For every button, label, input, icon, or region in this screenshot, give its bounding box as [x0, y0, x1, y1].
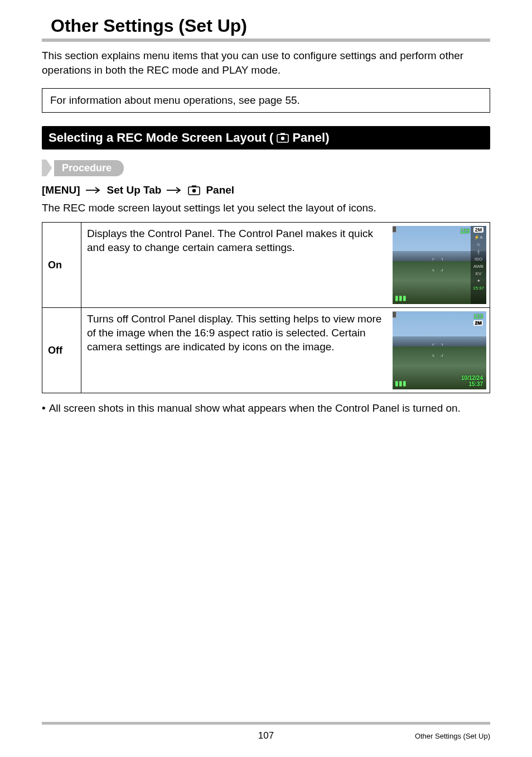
size-badge: 2M — [473, 320, 483, 326]
camera-icon — [188, 185, 200, 195]
page-number: 107 — [258, 730, 274, 741]
focus-brackets-icon: ⌜ ⌝⌞ ⌟ — [432, 343, 446, 358]
option-label-off: Off — [42, 308, 81, 393]
top-right-info: 123 2M — [473, 314, 483, 326]
path-step-setup: Set Up Tab — [107, 184, 162, 196]
svg-point-2 — [281, 137, 284, 140]
battery-icon: ▮▮▮ — [395, 379, 407, 387]
thumb-time: 15:37 — [468, 381, 483, 387]
section-heading-suffix: Panel) — [292, 131, 329, 145]
date-time-overlay: 10/12/24 15:37 — [461, 375, 483, 387]
sidebar-time: 15:37 — [473, 286, 484, 291]
arrow-icon — [86, 184, 101, 196]
footer-section-label: Other Settings (Set Up) — [415, 732, 490, 740]
path-step-panel: Panel — [206, 184, 234, 196]
page-footer: 107 Other Settings (Set Up) — [42, 722, 490, 741]
table-row: On Displays the Control Panel. The Contr… — [42, 223, 490, 308]
sidebar-item: ⚡A — [474, 235, 482, 240]
option-thumb-on: 123 ⌜ ⌝⌞ ⌟ 2M ⚡A ☺ ┼ ISO AWB EV ✦ 15:37 … — [389, 223, 490, 308]
svg-rect-6 — [192, 186, 196, 187]
svg-rect-1 — [280, 133, 285, 135]
procedure-accent — [42, 160, 46, 176]
section-heading-prefix: Selecting a REC Mode Screen Layout ( — [49, 131, 273, 145]
table-row: Off Turns off Control Panel display. Thi… — [42, 308, 490, 393]
mode-icon — [393, 226, 396, 233]
section-heading: Selecting a REC Mode Screen Layout ( Pan… — [42, 126, 490, 150]
info-note-box: For information about menu operations, s… — [42, 88, 490, 113]
procedure-label-row: Procedure — [42, 160, 490, 176]
control-panel-sidebar: 2M ⚡A ☺ ┼ ISO AWB EV ✦ 15:37 — [471, 226, 486, 304]
intro-text: This section explains menu items that yo… — [42, 49, 490, 77]
screenshot-thumb-on: 123 ⌜ ⌝⌞ ⌟ 2M ⚡A ☺ ┼ ISO AWB EV ✦ 15:37 … — [393, 226, 486, 304]
battery-icon: ▮▮▮ — [395, 294, 407, 302]
thumb-date: 10/12/24 — [461, 375, 483, 381]
mode-icon — [393, 311, 396, 318]
option-text-off: Turns off Control Panel display. This se… — [81, 308, 390, 393]
title-divider — [42, 38, 490, 42]
sidebar-item: ┼ — [477, 249, 480, 254]
svg-point-7 — [192, 189, 196, 192]
section-description: The REC mode screen layout settings let … — [42, 202, 490, 214]
shot-count: 123 — [473, 314, 483, 320]
procedure-chevron-icon — [46, 160, 52, 176]
screenshot-thumb-off: 123 2M ⌜ ⌝⌞ ⌟ 10/12/24 15:37 ▮▮▮ — [393, 311, 486, 389]
page-title: Other Settings (Set Up) — [51, 16, 490, 36]
camera-icon — [277, 133, 289, 143]
sidebar-item: EV — [476, 271, 482, 276]
options-table: On Displays the Control Panel. The Contr… — [42, 222, 490, 393]
sidebar-item: AWB — [473, 264, 483, 269]
option-thumb-off: 123 2M ⌜ ⌝⌞ ⌟ 10/12/24 15:37 ▮▮▮ — [389, 308, 490, 393]
option-text-on: Displays the Control Panel. The Control … — [81, 223, 390, 308]
footer-divider — [42, 722, 490, 725]
arrow-icon — [167, 184, 182, 196]
menu-path: [MENU] Set Up Tab Panel — [42, 184, 490, 196]
size-badge: 2M — [473, 227, 484, 233]
procedure-pill: Procedure — [54, 160, 124, 176]
bullet-dot-icon: • — [42, 401, 46, 416]
option-label-on: On — [42, 223, 81, 308]
focus-brackets-icon: ⌜ ⌝⌞ ⌟ — [432, 257, 446, 273]
sidebar-item: ISO — [475, 257, 482, 262]
note-text: All screen shots in this manual show wha… — [49, 401, 461, 416]
shot-count: 123 — [460, 228, 470, 234]
note-bullet: • All screen shots in this manual show w… — [42, 401, 490, 416]
path-step-menu: [MENU] — [42, 184, 80, 196]
sidebar-item: ☺ — [476, 242, 481, 247]
sidebar-item: ✦ — [477, 278, 481, 283]
